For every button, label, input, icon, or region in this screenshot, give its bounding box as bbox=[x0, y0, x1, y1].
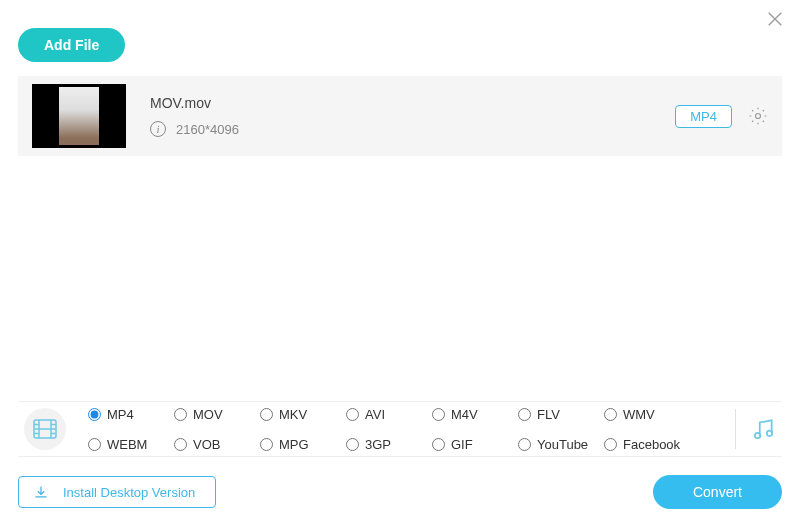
format-label: AVI bbox=[365, 407, 385, 422]
install-desktop-button[interactable]: Install Desktop Version bbox=[18, 476, 216, 508]
format-label: Facebook bbox=[623, 437, 680, 452]
convert-button[interactable]: Convert bbox=[653, 475, 782, 509]
format-option-mov[interactable]: MOV bbox=[174, 402, 260, 426]
svg-point-0 bbox=[756, 114, 761, 119]
file-thumbnail bbox=[32, 84, 126, 148]
format-label: MOV bbox=[193, 407, 223, 422]
format-label: WMV bbox=[623, 407, 655, 422]
format-radio[interactable] bbox=[88, 408, 101, 421]
format-radio[interactable] bbox=[174, 408, 187, 421]
svg-point-9 bbox=[755, 433, 760, 438]
format-label: M4V bbox=[451, 407, 478, 422]
install-desktop-label: Install Desktop Version bbox=[63, 485, 195, 500]
format-label: MKV bbox=[279, 407, 307, 422]
file-resolution: 2160*4096 bbox=[176, 122, 239, 137]
info-icon[interactable]: i bbox=[150, 121, 166, 137]
video-tab-icon[interactable] bbox=[24, 408, 66, 450]
download-icon bbox=[33, 484, 49, 500]
audio-tab-icon[interactable] bbox=[750, 416, 776, 442]
format-option-m4v[interactable]: M4V bbox=[432, 402, 518, 426]
format-option-3gp[interactable]: 3GP bbox=[346, 432, 432, 456]
file-meta: MOV.mov i 2160*4096 bbox=[150, 95, 239, 137]
add-file-button[interactable]: Add File bbox=[18, 28, 125, 62]
file-name: MOV.mov bbox=[150, 95, 239, 111]
format-option-avi[interactable]: AVI bbox=[346, 402, 432, 426]
format-option-mkv[interactable]: MKV bbox=[260, 402, 346, 426]
format-radio[interactable] bbox=[432, 408, 445, 421]
format-label: 3GP bbox=[365, 437, 391, 452]
format-label: MP4 bbox=[107, 407, 134, 422]
format-option-mp4[interactable]: MP4 bbox=[88, 402, 174, 426]
format-radio[interactable] bbox=[604, 438, 617, 451]
format-radio[interactable] bbox=[260, 408, 273, 421]
format-label: WEBM bbox=[107, 437, 147, 452]
format-radio[interactable] bbox=[518, 408, 531, 421]
format-radio[interactable] bbox=[260, 438, 273, 451]
settings-icon[interactable] bbox=[748, 106, 768, 126]
format-radio[interactable] bbox=[174, 438, 187, 451]
format-option-webm[interactable]: WEBM bbox=[88, 432, 174, 456]
format-option-wmv[interactable]: WMV bbox=[604, 402, 690, 426]
format-label: GIF bbox=[451, 437, 473, 452]
file-row: MOV.mov i 2160*4096 MP4 bbox=[18, 76, 782, 156]
format-label: YouTube bbox=[537, 437, 588, 452]
format-option-flv[interactable]: FLV bbox=[518, 402, 604, 426]
format-radio[interactable] bbox=[346, 438, 359, 451]
format-label: FLV bbox=[537, 407, 560, 422]
format-option-vob[interactable]: VOB bbox=[174, 432, 260, 456]
svg-point-10 bbox=[767, 431, 772, 436]
format-option-facebook[interactable]: Facebook bbox=[604, 432, 690, 456]
format-radio[interactable] bbox=[432, 438, 445, 451]
format-selector: MP4MOVMKVAVIM4VFLVWMVWEBMVOBMPG3GPGIFYou… bbox=[18, 401, 782, 457]
format-option-gif[interactable]: GIF bbox=[432, 432, 518, 456]
separator bbox=[735, 409, 736, 449]
format-radio[interactable] bbox=[604, 408, 617, 421]
format-radio[interactable] bbox=[346, 408, 359, 421]
format-radio[interactable] bbox=[88, 438, 101, 451]
format-option-mpg[interactable]: MPG bbox=[260, 432, 346, 456]
format-option-youtube[interactable]: YouTube bbox=[518, 432, 604, 456]
close-button[interactable] bbox=[766, 10, 786, 30]
file-target-format-button[interactable]: MP4 bbox=[675, 105, 732, 128]
format-label: MPG bbox=[279, 437, 309, 452]
format-label: VOB bbox=[193, 437, 220, 452]
format-radio[interactable] bbox=[518, 438, 531, 451]
